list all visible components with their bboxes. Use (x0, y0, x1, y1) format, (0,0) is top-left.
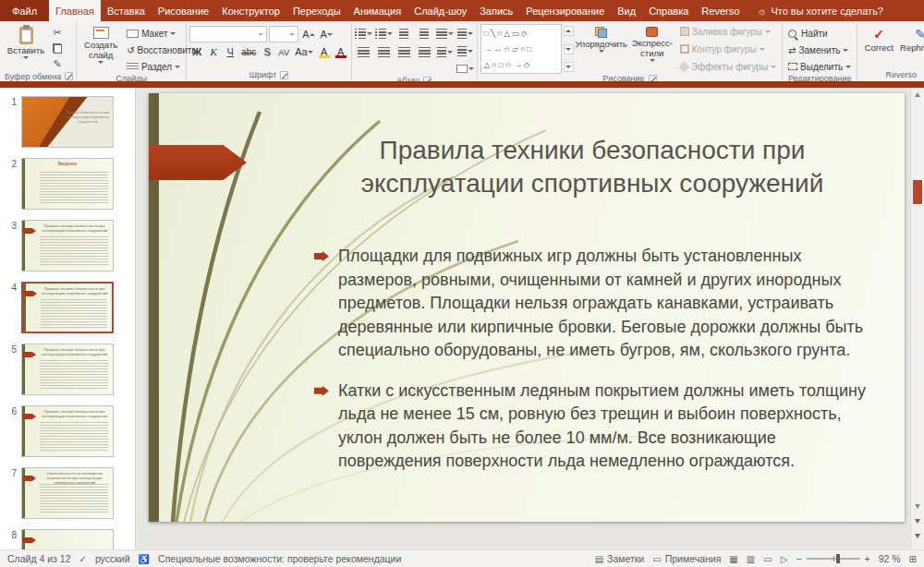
slide-title[interactable]: Правила техники безопасности при эксплуа… (306, 134, 879, 201)
shrink-font-button[interactable]: А (319, 27, 334, 42)
strikethrough-button[interactable]: abc (239, 44, 258, 59)
shapes-more-button[interactable] (564, 62, 574, 72)
thumbnail-slide[interactable]: Ответственность за соблюдение безопаснос… (21, 467, 114, 519)
grow-font-button[interactable]: А (300, 27, 316, 42)
arrange-button[interactable]: Упорядочить (576, 24, 627, 74)
character-spacing-button[interactable]: AV (276, 44, 291, 59)
zoom-slider[interactable]: − + (796, 553, 869, 564)
next-slide-button[interactable] (915, 534, 920, 538)
tab-help[interactable]: Справка (642, 0, 695, 21)
bullet-item[interactable]: Катки с искусственным ледяным покрытием … (314, 380, 871, 474)
fit-to-window-button[interactable]: ⊞ (909, 554, 917, 564)
zoom-level[interactable]: 92 % (879, 553, 901, 564)
slide-thumbnail-1[interactable]: 1 Техника безопасности при эксплуатации … (0, 92, 135, 154)
copy-button[interactable] (49, 42, 66, 55)
vertical-scrollbar[interactable] (910, 88, 924, 549)
tab-review[interactable]: Рецензирование (519, 0, 611, 21)
slide-thumbnail-8[interactable]: 8 (0, 525, 135, 549)
scroll-down-arrow[interactable] (915, 504, 920, 509)
numbering-button[interactable] (375, 26, 393, 41)
align-right-button[interactable] (395, 44, 413, 59)
reset-button[interactable]: ↺Восстановить (124, 42, 183, 57)
find-button[interactable]: Найти (785, 26, 854, 41)
notes-toggle[interactable]: ▤ Заметки (595, 553, 645, 564)
shape-outline-button[interactable]: Контур фигуры (677, 42, 779, 56)
text-shadow-button[interactable]: S (260, 44, 274, 59)
thumbnail-slide[interactable]: Правила техники безопасности при эксплуа… (21, 282, 114, 333)
previous-slide-button[interactable] (915, 519, 920, 524)
language-indicator[interactable]: русский (95, 553, 130, 564)
tab-file[interactable]: Файл (0, 0, 49, 21)
slide-body-textbox[interactable]: Площадки для подвижных игр должны быть у… (314, 245, 871, 490)
highlight-color-button[interactable]: А (317, 44, 332, 59)
reading-view-button[interactable]: ▭ (763, 554, 772, 564)
change-case-button[interactable]: Aa (293, 44, 314, 59)
tab-slideshow[interactable]: Слайд-шоу (407, 0, 473, 21)
text-direction-button[interactable] (456, 26, 474, 41)
zoom-track[interactable] (807, 558, 860, 560)
slide-number-indicator[interactable]: Слайд 4 из 12 (7, 553, 71, 564)
bold-button[interactable]: Ж (189, 44, 204, 59)
comments-toggle[interactable]: ▭ Примечания (652, 553, 721, 564)
tab-record[interactable]: Запись (473, 0, 519, 21)
quick-styles-button[interactable]: Экспресс-стили (629, 24, 675, 74)
tab-home[interactable]: Главная (49, 0, 101, 21)
shape-effects-button[interactable]: Эффекты фигуры (677, 59, 779, 74)
zoom-thumb[interactable] (836, 554, 840, 563)
columns-button[interactable] (436, 44, 454, 59)
layout-button[interactable]: Макет (124, 26, 183, 41)
dialog-launcher-icon[interactable] (280, 71, 288, 79)
tab-view[interactable]: Вид (611, 0, 642, 21)
section-button[interactable]: Раздел (124, 59, 183, 74)
tab-reverso[interactable]: Reverso (695, 0, 746, 21)
italic-button[interactable]: К (206, 44, 221, 59)
accessibility-status[interactable]: Специальные возможности: проверьте реком… (158, 553, 401, 564)
replace-button[interactable]: ⇄Заменить (785, 42, 854, 57)
align-left-button[interactable] (355, 44, 372, 59)
spellcheck-icon[interactable]: ✓ (79, 554, 87, 564)
tell-me-search[interactable]: ☼ Что вы хотите сделать? (757, 0, 883, 21)
font-color-button[interactable]: А (334, 44, 348, 59)
tab-transitions[interactable]: Переходы (286, 0, 347, 21)
shapes-scroll-up[interactable] (564, 26, 574, 36)
zoom-in-button[interactable]: + (865, 553, 870, 564)
line-spacing-button[interactable] (436, 26, 454, 41)
format-painter-button[interactable]: ✎ (49, 57, 66, 71)
new-slide-button[interactable]: Создать слайд (79, 24, 122, 74)
dialog-launcher-icon[interactable] (65, 72, 73, 80)
shapes-gallery[interactable]: □╲○△▭◇ →↔☆▱○□ △○□☆→◇ (480, 24, 562, 74)
normal-view-button[interactable]: ▦ (729, 554, 737, 564)
slide-thumbnail-4-selected[interactable]: 4 Правила техники безопасности при экспл… (0, 278, 135, 340)
align-center-button[interactable] (375, 44, 393, 59)
slideshow-button[interactable]: ▷ (781, 554, 788, 564)
shape-fill-button[interactable]: Заливка фигуры (677, 24, 779, 39)
reverso-rephraser-button[interactable]: ✎ Rephraser (899, 24, 924, 68)
scrollbar-thumb[interactable] (913, 180, 922, 204)
font-size-combobox[interactable] (269, 26, 298, 42)
justify-button[interactable] (416, 44, 433, 59)
tab-design[interactable]: Конструктор (215, 0, 286, 21)
paste-button[interactable]: Вставить (5, 24, 47, 71)
slide-canvas[interactable]: Правила техники безопасности при эксплуа… (136, 88, 910, 549)
current-slide[interactable]: Правила техники безопасности при эксплуа… (149, 93, 905, 522)
cut-button[interactable]: ✂ (49, 26, 66, 40)
reverso-correct-button[interactable]: ✓ Correct (860, 24, 897, 68)
slide-sorter-view-button[interactable]: ▥ (747, 554, 755, 564)
thumbnail-slide[interactable]: Техника безопасности при эксплуатации сп… (21, 96, 114, 148)
zoom-out-button[interactable]: − (796, 553, 801, 564)
smartart-convert-button[interactable] (456, 61, 474, 76)
select-button[interactable]: Выделить (785, 59, 854, 74)
thumbnail-slide[interactable]: Правила техники безопасности при эксплуа… (21, 344, 114, 395)
bullet-item[interactable]: Площадки для подвижных игр должны быть у… (314, 245, 871, 363)
thumbnail-slide[interactable] (21, 529, 114, 549)
slide-thumbnail-3[interactable]: 3 Правила техники безопасности при экспл… (0, 216, 135, 278)
tab-insert[interactable]: Вставка (101, 0, 152, 21)
slide-thumbnail-2[interactable]: 2 Введение (0, 154, 135, 216)
decrease-indent-button[interactable] (395, 26, 413, 41)
align-text-button[interactable] (456, 43, 474, 58)
scroll-up-arrow[interactable] (915, 92, 920, 97)
bullets-button[interactable] (355, 26, 372, 41)
underline-button[interactable]: Ч (223, 44, 237, 59)
shapes-scroll-down[interactable] (564, 44, 574, 54)
thumbnail-slide[interactable]: Правила техники безопасности при эксплуа… (21, 220, 114, 271)
